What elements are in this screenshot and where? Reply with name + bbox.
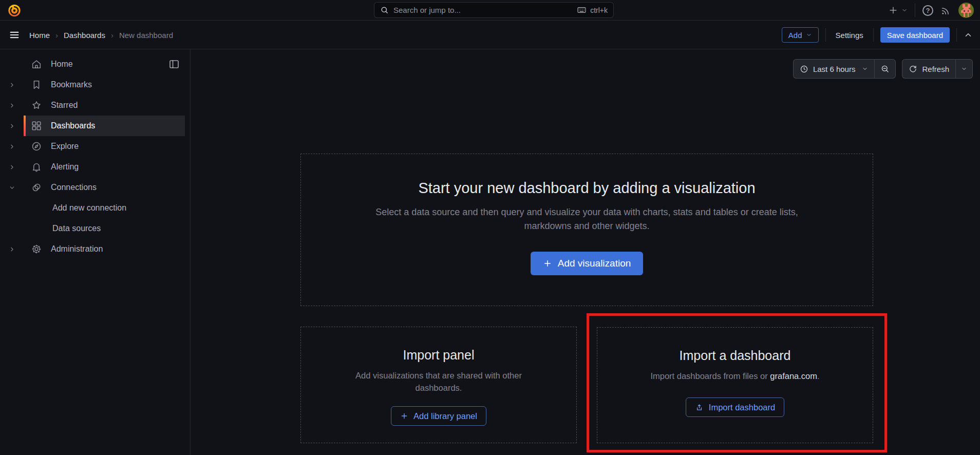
nav-bar: Home › Dashboards › New dashboard Add Se… xyxy=(0,21,980,49)
plus-icon xyxy=(543,259,552,268)
hamburger-icon xyxy=(9,29,20,41)
add-dropdown-button[interactable]: Add xyxy=(782,27,819,43)
sidebar-item-dashboards[interactable]: Dashboards xyxy=(0,116,190,136)
import-dashboard-title: Import a dashboard xyxy=(597,348,873,363)
chevron-right-icon[interactable] xyxy=(0,164,24,170)
bookmark-icon xyxy=(31,79,42,90)
sidebar-item-data-sources[interactable]: Data sources xyxy=(0,218,190,239)
grafana-logo-icon[interactable] xyxy=(7,3,22,17)
refresh-group: Refresh xyxy=(902,59,973,79)
topbar-divider xyxy=(915,4,915,17)
rss-icon xyxy=(940,5,951,16)
topbar-actions: ? xyxy=(888,0,974,21)
sidebar-item-administration[interactable]: Administration xyxy=(0,239,190,259)
user-avatar[interactable] xyxy=(958,3,974,18)
sidebar-active-highlight: Dashboards xyxy=(24,116,185,136)
collapse-toolbar-button[interactable] xyxy=(964,30,973,40)
link-icon xyxy=(31,182,42,193)
import-panel-description: Add visualizations that are shared with … xyxy=(301,369,576,394)
import-dashboard-description: Import dashboards from files or grafana.… xyxy=(597,370,873,382)
refresh-interval-dropdown[interactable] xyxy=(956,60,972,78)
actions-divider xyxy=(825,28,826,42)
import-dashboard-cta: Import a dashboard Import dashboards fro… xyxy=(597,327,873,443)
chevron-right-icon[interactable] xyxy=(0,123,24,129)
chevron-right-icon[interactable] xyxy=(0,102,24,109)
new-menu-button[interactable] xyxy=(888,5,908,15)
sidebar-item-add-new-connection[interactable]: Add new connection xyxy=(0,198,190,218)
add-visualization-button[interactable]: Add visualization xyxy=(531,252,644,275)
chevron-up-icon xyxy=(964,30,973,40)
search-input[interactable]: Search or jump to... ctrl+k xyxy=(374,2,614,18)
sidebar-item-starred[interactable]: Starred xyxy=(0,95,190,116)
breadcrumb-separator: › xyxy=(111,31,114,40)
time-range-picker[interactable]: Last 6 hours xyxy=(794,60,875,78)
breadcrumb-home[interactable]: Home xyxy=(29,31,50,40)
star-icon xyxy=(31,100,42,111)
gear-icon xyxy=(31,243,42,255)
actions-divider xyxy=(956,28,957,42)
import-panel-cta: Import panel Add visualizations that are… xyxy=(300,327,577,443)
refresh-button[interactable]: Refresh xyxy=(902,60,955,78)
help-button[interactable]: ? xyxy=(922,5,933,16)
breadcrumb-dashboards[interactable]: Dashboards xyxy=(64,31,105,40)
chevron-down-icon xyxy=(806,32,812,38)
import-dashboard-button[interactable]: Import dashboard xyxy=(686,397,784,417)
zoom-out-time-button[interactable] xyxy=(875,60,895,78)
cta-title: Start your new dashboard by adding a vis… xyxy=(301,180,873,197)
breadcrumb-separator: › xyxy=(55,31,58,40)
clock-icon xyxy=(800,65,808,73)
help-icon: ? xyxy=(922,5,933,16)
plus-icon xyxy=(888,5,898,15)
sidebar-item-bookmarks[interactable]: Bookmarks xyxy=(0,74,190,95)
breadcrumb-current: New dashboard xyxy=(119,31,173,40)
cta-description: Select a data source and then query and … xyxy=(301,205,873,233)
grafana-com-link[interactable]: grafana.com xyxy=(770,371,817,381)
chevron-down-icon xyxy=(901,7,908,13)
search-shortcut: ctrl+k xyxy=(577,5,608,15)
settings-button[interactable]: Settings xyxy=(833,31,866,40)
chevron-right-icon[interactable] xyxy=(0,82,24,88)
grafana-app: Search or jump to... ctrl+k xyxy=(0,0,980,455)
breadcrumb: Home › Dashboards › New dashboard xyxy=(29,31,173,40)
keyboard-icon xyxy=(577,5,587,15)
dashboard-actions: Add Settings Save dashboard xyxy=(782,27,973,43)
search-icon xyxy=(380,6,389,14)
bell-icon xyxy=(31,161,42,173)
plus-icon xyxy=(400,412,408,420)
search-placeholder: Search or jump to... xyxy=(393,6,577,14)
sidebar-item-connections[interactable]: Connections xyxy=(0,177,190,198)
time-picker-group: Last 6 hours xyxy=(793,59,896,79)
news-button[interactable] xyxy=(940,5,951,16)
chevron-down-icon xyxy=(961,66,967,72)
sidebar-item-explore[interactable]: Explore xyxy=(0,136,190,157)
add-library-panel-button[interactable]: Add library panel xyxy=(391,406,486,426)
chevron-down-icon[interactable] xyxy=(0,184,24,191)
dashboard-toolbar: Last 6 hours Refresh xyxy=(793,59,973,79)
apps-icon xyxy=(31,120,42,131)
compass-icon xyxy=(31,141,42,152)
sidebar-item-home[interactable]: Home xyxy=(0,54,190,74)
home-icon xyxy=(31,59,42,70)
chevron-right-icon[interactable] xyxy=(0,143,24,150)
top-bar: Search or jump to... ctrl+k xyxy=(0,0,980,21)
sidebar-nav: Home Bookmarks xyxy=(0,49,191,455)
actions-divider xyxy=(873,28,874,42)
chevron-down-icon xyxy=(862,66,868,72)
upload-icon xyxy=(695,403,704,412)
mega-menu-toggle[interactable] xyxy=(9,29,20,41)
sidebar-item-alerting[interactable]: Alerting xyxy=(0,157,190,177)
chevron-right-icon[interactable] xyxy=(0,246,24,253)
refresh-icon xyxy=(909,65,917,73)
zoom-out-icon xyxy=(880,64,890,73)
dock-menu-icon[interactable] xyxy=(168,58,180,70)
import-panel-title: Import panel xyxy=(301,348,576,363)
empty-dashboard-cta: Start your new dashboard by adding a vis… xyxy=(300,154,873,306)
save-dashboard-button[interactable]: Save dashboard xyxy=(880,27,950,43)
